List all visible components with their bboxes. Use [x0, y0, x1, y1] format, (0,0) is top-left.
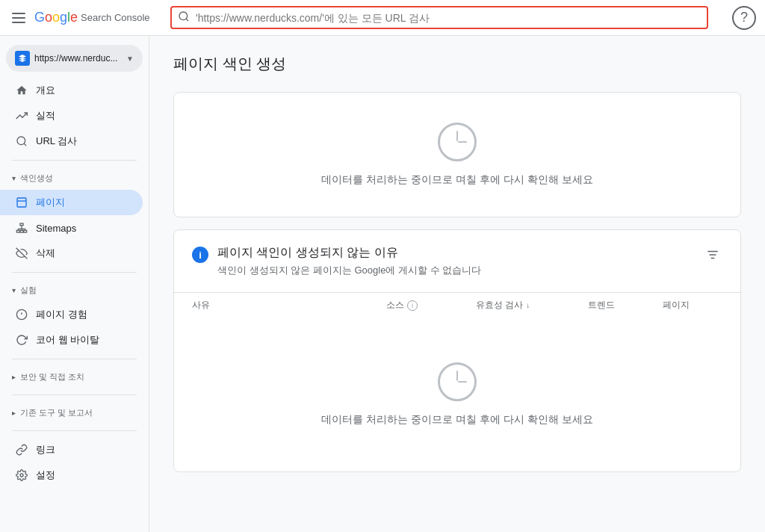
svg-line-1	[186, 19, 188, 21]
core-web-vitals-icon	[15, 333, 28, 347]
top-header: Google Search Console ?	[0, 0, 765, 36]
info-icon: i	[192, 247, 208, 263]
page-title: 페이지 색인 생성	[173, 54, 741, 74]
sidebar-item-url-inspection[interactable]: URL 검사	[0, 129, 143, 154]
top-loading-text: 데이터를 처리하는 중이므로 며칠 후에 다시 확인해 보세요	[321, 173, 592, 187]
svg-rect-4	[17, 198, 26, 207]
search-input[interactable]	[196, 12, 701, 24]
svg-rect-9	[24, 230, 27, 232]
app-title: Search Console	[81, 12, 150, 23]
sitemaps-icon	[15, 221, 28, 235]
svg-point-2	[17, 137, 25, 145]
chevron-down-icon: ▾	[12, 174, 16, 182]
sidebar-item-overview[interactable]: 개요	[0, 78, 143, 103]
sidebar-item-removal[interactable]: 삭제	[0, 241, 143, 266]
nav-divider-4	[12, 395, 137, 395]
table-header-pages: 페이지	[663, 299, 722, 312]
legacy-section-label: 기존 도구 및 보고서	[20, 407, 93, 418]
svg-point-0	[179, 12, 188, 20]
removal-icon	[15, 247, 28, 260]
top-loading-card: 데이터를 처리하는 중이므로 며칠 후에 다시 확인해 보세요	[173, 92, 741, 217]
svg-rect-7	[16, 230, 19, 232]
sidebar-label-core-web-vitals: 코어 웹 바이탈	[36, 333, 99, 347]
trending-up-icon	[15, 109, 28, 123]
table-header-reason: 사유	[192, 299, 386, 312]
settings-icon	[15, 468, 28, 482]
property-name: https://www.nerduc...	[34, 53, 122, 64]
search-bar[interactable]	[170, 6, 708, 29]
sidebar-item-links[interactable]: 링크	[0, 437, 143, 463]
index-section-header[interactable]: ▾ 색인생성	[0, 167, 149, 190]
nav-divider-1	[12, 160, 137, 161]
sidebar-label-settings: 설정	[36, 468, 55, 482]
svg-point-19	[20, 474, 23, 477]
google-logo: Google Search Console	[34, 10, 150, 25]
clock-icon-bottom	[438, 362, 477, 401]
bottom-loading-content: 데이터를 처리하는 중이므로 며칠 후에 다시 확인해 보세요	[174, 318, 740, 471]
nav-section-main: 개요 실적 URL 검사	[0, 78, 149, 154]
svg-line-3	[24, 143, 26, 146]
svg-rect-8	[20, 230, 23, 232]
pages-icon	[15, 196, 28, 209]
property-icon	[15, 51, 30, 66]
header-left: Google Search Console	[9, 10, 158, 26]
filter-icon[interactable]	[703, 245, 722, 268]
sidebar-item-settings[interactable]: 설정	[0, 463, 143, 488]
page-experience-icon	[15, 308, 28, 321]
sidebar-label-page-experience: 페이지 경험	[36, 308, 87, 321]
sidebar: https://www.nerduc... ▼ 개요 실적 UR	[0, 36, 149, 532]
source-info-icon[interactable]: i	[407, 300, 418, 311]
property-selector[interactable]: https://www.nerduc... ▼	[6, 45, 143, 72]
clock-icon-top	[438, 123, 477, 161]
nav-divider-3	[12, 359, 137, 359]
links-icon	[15, 443, 28, 457]
sidebar-label-removal: 삭제	[36, 247, 55, 260]
experiment-section-label: 실험	[20, 285, 37, 296]
chevron-right-icon-2: ▸	[12, 409, 16, 417]
header-right: ?	[732, 6, 756, 30]
sidebar-item-performance[interactable]: 실적	[0, 103, 143, 129]
sidebar-label-sitemaps: Sitemaps	[36, 223, 76, 234]
table-header-trend: 트렌드	[588, 299, 663, 312]
index-section-label: 색인생성	[20, 173, 53, 184]
experiment-section-header[interactable]: ▾ 실험	[0, 279, 149, 302]
nav-section-index: ▾ 색인생성 페이지 Sitemaps 삭제	[0, 167, 149, 266]
legacy-section-header[interactable]: ▸ 기존 도구 및 보고서	[0, 401, 149, 424]
index-header: i 페이지 색인이 생성되지 않는 이유 색인이 생성되지 않은 페이지는 Go…	[174, 230, 740, 292]
main-layout: https://www.nerduc... ▼ 개요 실적 UR	[0, 36, 765, 532]
index-section-card: i 페이지 색인이 생성되지 않는 이유 색인이 생성되지 않은 페이지는 Go…	[173, 229, 741, 472]
security-section-label: 보안 및 직접 조치	[20, 371, 84, 383]
chevron-down-icon-2: ▾	[12, 286, 16, 294]
search-icon	[178, 10, 190, 25]
sidebar-item-sitemaps[interactable]: Sitemaps	[0, 215, 143, 241]
sidebar-label-performance: 실적	[36, 109, 55, 123]
table-header-source: 소스 i	[386, 299, 476, 312]
sidebar-label-pages: 페이지	[36, 196, 65, 209]
table-header-validity[interactable]: 유효성 검사 ↓	[476, 299, 588, 312]
nav-divider-5	[12, 430, 137, 431]
index-section-title: 페이지 색인이 생성되지 않는 이유	[217, 245, 481, 261]
content-area: 페이지 색인 생성 데이터를 처리하는 중이므로 며칠 후에 다시 확인해 보세…	[149, 36, 765, 532]
index-header-text: 페이지 색인이 생성되지 않는 이유 색인이 생성되지 않은 페이지는 Goog…	[217, 245, 481, 277]
index-section-subtitle: 색인이 생성되지 않은 페이지는 Google에 게시할 수 없습니다	[217, 264, 481, 277]
home-icon	[15, 84, 28, 97]
svg-rect-6	[20, 223, 23, 226]
security-section-header[interactable]: ▸ 보안 및 직접 조치	[0, 365, 149, 389]
sidebar-item-pages[interactable]: 페이지	[0, 190, 143, 215]
sidebar-label-links: 링크	[36, 443, 55, 457]
sidebar-item-page-experience[interactable]: 페이지 경험	[0, 302, 143, 327]
property-chevron-icon: ▼	[126, 55, 134, 63]
nav-section-experiment: ▾ 실험 페이지 경험 코어 웹 바이탈	[0, 279, 149, 353]
nav-divider-2	[12, 272, 137, 273]
chevron-right-icon: ▸	[12, 373, 16, 381]
sidebar-item-core-web-vitals[interactable]: 코어 웹 바이탈	[0, 327, 143, 353]
sidebar-label-overview: 개요	[36, 84, 55, 97]
bottom-loading-text: 데이터를 처리하는 중이므로 며칠 후에 다시 확인해 보세요	[321, 413, 592, 427]
table-header: 사유 소스 i 유효성 검사 ↓ 트렌드 페이지	[174, 292, 740, 318]
help-button[interactable]: ?	[732, 6, 756, 30]
url-search-icon	[15, 134, 28, 148]
sort-arrow-icon: ↓	[526, 301, 530, 309]
sidebar-label-url-inspection: URL 검사	[36, 134, 77, 148]
hamburger-menu-button[interactable]	[9, 10, 28, 26]
top-loading-content: 데이터를 처리하는 중이므로 며칠 후에 다시 확인해 보세요	[174, 93, 740, 217]
